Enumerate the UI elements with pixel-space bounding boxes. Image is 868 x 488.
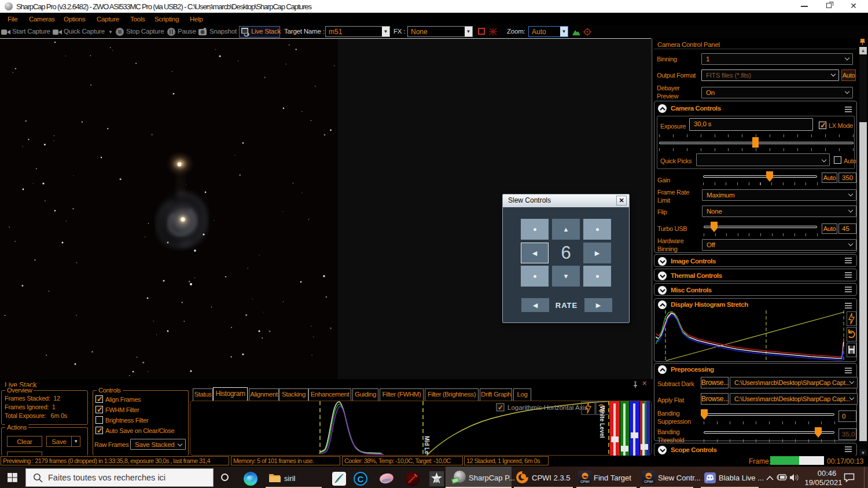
svg-text:CPWI: CPWI [580,480,590,483]
svg-text:Logarithmic Horizontal Axis: Logarithmic Horizontal Axis [507,404,588,411]
svg-text:Mid Le: Mid Le [424,436,430,454]
svg-text:✓: ✓ [498,403,503,412]
svg-text:CPWI: CPWI [644,480,653,483]
svg-text:White Level: White Level [599,406,605,438]
